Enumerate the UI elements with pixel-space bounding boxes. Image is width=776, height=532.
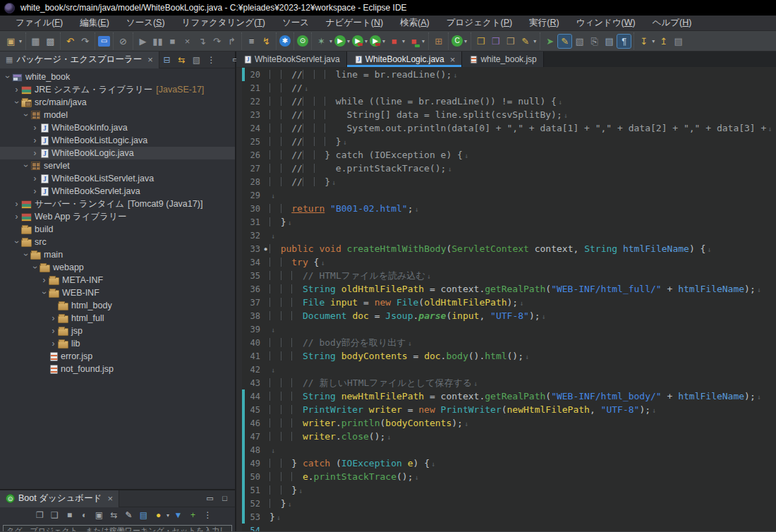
tree-item-pkg-servlet[interactable]: ›servlet	[0, 159, 235, 172]
new-class-icon-dropdown[interactable]: ▾	[464, 38, 467, 44]
step-filters-icon[interactable]: ≡	[245, 35, 258, 48]
profile-icon[interactable]: ▶	[370, 35, 381, 47]
menu-window[interactable]: ウィンドウ(W)	[568, 16, 644, 30]
tree-arrow-icon[interactable]: ›	[13, 238, 21, 247]
code-line-25[interactable]: 25//}↓	[236, 135, 776, 148]
tree-item-folder-html-full[interactable]: ›html_full	[0, 312, 235, 325]
whitespace-icon[interactable]: ¶	[617, 35, 631, 48]
tree-item-folder-build[interactable]: build	[0, 223, 235, 236]
breadcrumb-icon[interactable]: ⎘	[588, 35, 601, 48]
step-over-icon[interactable]: ↷	[210, 35, 224, 48]
package-explorer-tab[interactable]: ▦ パッケージ・エクスプローラー ×	[0, 52, 159, 68]
code-line-40[interactable]: 40// body部分を取り出す↓	[236, 336, 776, 349]
boot-minimize-icon[interactable]: ▭	[203, 492, 217, 505]
run-icon[interactable]: ▶	[334, 35, 346, 47]
code-line-33[interactable]: 33●public void createHtmlWithBody(Servle…	[236, 242, 776, 255]
boot-debug-icon[interactable]: ❑	[48, 509, 61, 522]
code-line-53[interactable]: 53}↓	[236, 510, 776, 524]
pause-icon[interactable]: ▮▮	[151, 35, 164, 48]
tree-arrow-icon[interactable]: ›	[31, 263, 40, 272]
tree-arrow-icon[interactable]: ›	[22, 162, 30, 171]
menu-search[interactable]: 検索(A)	[392, 16, 438, 30]
tree-item-folder-main[interactable]: ›main	[0, 248, 235, 261]
code-line-31[interactable]: 31}↓	[236, 215, 776, 229]
menu-project[interactable]: プロジェクト(P)	[438, 16, 521, 30]
tree-arrow-icon[interactable]: ›	[4, 73, 12, 82]
boot-start-icon[interactable]: ❐	[33, 509, 47, 522]
marker-pen-icon[interactable]: ✎	[519, 35, 532, 48]
skip-breakpoints-icon[interactable]: ⊘	[116, 35, 130, 48]
code-line-45[interactable]: 45PrintWriter writer = new PrintWriter(n…	[236, 403, 776, 416]
tree-item-not-found-jsp[interactable]: not_found.jsp	[0, 363, 235, 375]
tree-item-folder-jsp[interactable]: ›jsp	[0, 325, 235, 337]
tree-arrow-icon[interactable]: ›	[49, 339, 58, 348]
menu-help[interactable]: ヘルプ(H)	[644, 16, 701, 30]
resume-icon[interactable]: ▶	[136, 35, 150, 48]
drop-to-frame-icon[interactable]: ↯	[260, 35, 273, 48]
tree-arrow-icon[interactable]: ›	[30, 123, 40, 132]
marker-pen-icon-dropdown[interactable]: ▾	[533, 38, 536, 44]
tree-arrow-icon[interactable]: ›	[12, 85, 21, 94]
tree-item-server-runtime[interactable]: ›サーバー・ランタイム[Tomcat9 (Java17)]	[0, 198, 235, 210]
boot-filter-input[interactable]	[3, 525, 232, 532]
code-line-41[interactable]: 41String bodyContents = doc.body().html(…	[236, 349, 776, 363]
tree-arrow-icon[interactable]: ›	[30, 149, 40, 157]
code-line-22[interactable]: 22//while ((line = br.readLine()) != nul…	[236, 95, 776, 108]
code-line-29[interactable]: 29↓	[236, 188, 776, 202]
new-wizard-icon[interactable]: ▣	[4, 35, 18, 48]
link-with-editor-icon[interactable]: ⇆	[175, 53, 188, 66]
code-line-24[interactable]: 24// System.out.println(data[0] + "," + …	[236, 121, 776, 135]
tree-item-whitebooklistservlet-java[interactable]: ›WhiteBookListServlet.java	[0, 172, 235, 185]
tree-item-folder-webapp[interactable]: ›webapp	[0, 261, 235, 274]
menu-edit[interactable]: 編集(E)	[71, 16, 118, 30]
boot-lightbulb-icon[interactable]: ●	[152, 509, 165, 522]
code-line-51[interactable]: 51}↓	[236, 483, 776, 497]
boot-lightbulb-icon-dropdown[interactable]: ▾	[166, 512, 169, 519]
tree-item-whitebookservlet-java[interactable]: ›WhiteBookServlet.java	[0, 185, 235, 198]
focus-icon[interactable]: ▧	[190, 53, 203, 66]
tree-arrow-icon[interactable]: ›	[12, 212, 21, 221]
tree-item-whitebooklogic-java[interactable]: ›WhiteBookLogic.java	[0, 147, 235, 159]
code-line-49[interactable]: 49} catch (IOException e) {↓	[236, 457, 776, 470]
relaunch-icon[interactable]: ■	[407, 35, 420, 48]
code-line-39[interactable]: 39↓	[236, 322, 776, 336]
disconnect-icon[interactable]: ×	[181, 35, 194, 48]
debug-config-gear-icon[interactable]: ✱	[279, 35, 291, 47]
block-selection-icon[interactable]: ▧	[573, 35, 586, 48]
next-annotation-icon[interactable]: ➤	[543, 35, 557, 48]
tree-item-white-book[interactable]: ›white_book	[0, 71, 235, 83]
source-of-selected-icon[interactable]: ▤	[602, 35, 616, 48]
step-into-icon[interactable]: ↴	[195, 35, 209, 48]
terminate-icon-dropdown[interactable]: ▾	[402, 38, 405, 44]
tree-arrow-icon[interactable]: ›	[40, 289, 49, 298]
editor-tab-whitebooklogic-java[interactable]: WhiteBookLogic.java×	[347, 52, 463, 67]
code-line-37[interactable]: 37File input = new File(oldHtmlFilePath)…	[236, 296, 776, 309]
step-return-icon[interactable]: ↱	[225, 35, 238, 48]
code-line-44[interactable]: 44String newHtmlFilePath = context.getRe…	[236, 389, 776, 403]
code-line-46[interactable]: 46writer.println(bodyContents);↓	[236, 416, 776, 430]
next-edit-location-icon[interactable]: ↧	[637, 35, 650, 48]
code-line-32[interactable]: 32↓	[236, 229, 776, 242]
code-line-28[interactable]: 28//}↓	[236, 175, 776, 188]
tree-item-pkg-model[interactable]: ›model	[0, 109, 235, 121]
menu-source2[interactable]: ソース	[274, 16, 317, 30]
open-task-icon[interactable]: ❒	[489, 35, 502, 48]
editor-tab-white-book-jsp[interactable]: white_book.jsp	[462, 52, 543, 67]
tree-arrow-icon[interactable]: ›	[12, 200, 21, 208]
open-type-icon[interactable]: ❒	[474, 35, 487, 48]
open-resource-icon[interactable]: ❒	[504, 35, 517, 48]
boot-link-icon[interactable]: ⇆	[107, 509, 121, 522]
tree-item-jre-library[interactable]: ›JRE システム・ライブラリー[JavaSE-17]	[0, 83, 235, 96]
tree-item-webapp-libraries[interactable]: ›Web App ライブラリー	[0, 210, 235, 223]
close-editor-tab-icon[interactable]: ×	[450, 54, 456, 65]
debug-bug-icon[interactable]: ✶	[315, 35, 328, 48]
menu-file[interactable]: ファイル(F)	[7, 16, 71, 30]
new-package-icon[interactable]: ⊞	[432, 35, 445, 48]
tree-arrow-icon[interactable]: ›	[13, 98, 21, 107]
code-editor[interactable]: 20//line = br.readLine();↓21//↓22//while…	[236, 67, 776, 531]
view-menu-icon[interactable]: ⋮	[205, 53, 218, 66]
tree-arrow-icon[interactable]: ›	[30, 174, 40, 183]
code-line-43[interactable]: 43// 新しいHTMLファイルとして保存する↓	[236, 376, 776, 389]
boot-power-icon[interactable]: ⊙	[297, 35, 308, 47]
tree-item-whitebookinfo-java[interactable]: ›WhiteBookInfo.java	[0, 121, 235, 134]
